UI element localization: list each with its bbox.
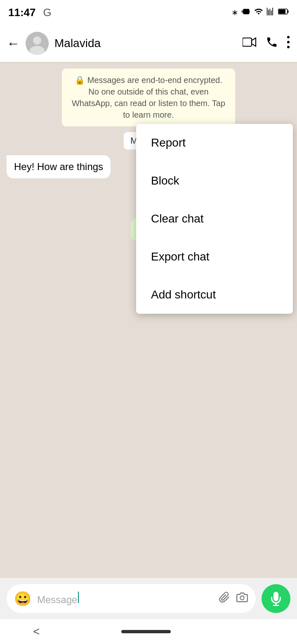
contact-name[interactable]: Malavida [54,37,237,50]
menu-item-add-shortcut[interactable]: Add shortcut [136,276,293,314]
message-input-wrap: 😀 Message [7,584,256,613]
received-message-text: Hey! How are things [14,161,103,172]
chat-header: ← Malavida [0,25,297,62]
svg-point-8 [287,41,290,43]
status-time: 11:47 [8,6,36,19]
status-bar: 11:47 G ∗ [0,0,297,25]
svg-point-4 [33,36,41,45]
header-actions [243,35,290,52]
battery-icon [278,7,289,18]
svg-point-7 [287,36,290,38]
home-indicator[interactable] [121,630,171,633]
emoji-button[interactable]: 😀 [14,590,31,607]
nav-bar: < [0,619,297,644]
encryption-notice[interactable]: 🔒 Messages are end-to-end encrypted. No … [62,69,235,126]
video-call-button[interactable] [243,36,257,51]
system-back-button[interactable]: < [33,625,40,638]
camera-button[interactable] [236,592,248,606]
back-button[interactable]: ← [7,36,20,51]
svg-point-9 [287,46,290,48]
carrier-icon: G [43,6,52,19]
attach-button[interactable] [219,590,230,607]
contact-avatar[interactable] [26,32,49,55]
signal-icon [266,7,275,18]
svg-rect-2 [279,9,285,14]
wifi-icon [254,7,263,18]
menu-item-clear-chat[interactable]: Clear chat [136,200,293,238]
svg-rect-1 [288,10,289,13]
menu-item-block[interactable]: Block [136,162,293,200]
menu-item-report[interactable]: Report [136,124,293,162]
menu-item-export-chat[interactable]: Export chat [136,238,293,276]
svg-rect-6 [243,38,252,46]
voice-message-button[interactable] [262,584,290,613]
voice-call-button[interactable] [266,36,278,52]
chat-area: 🔒 Messages are end-to-end encrypted. No … [0,62,297,603]
bluetooth-icon: ∗ [231,7,238,17]
svg-point-10 [240,596,244,599]
more-options-button[interactable] [286,35,290,52]
received-message: Hey! How are things [7,155,111,178]
context-menu: Report Block Clear chat Export chat Add … [136,124,293,314]
input-bar: 😀 Message [0,578,297,619]
vibrate-icon [242,7,251,18]
message-input[interactable]: Message [37,592,213,606]
encryption-text: 🔒 Messages are end-to-end encrypted. No … [72,76,225,119]
